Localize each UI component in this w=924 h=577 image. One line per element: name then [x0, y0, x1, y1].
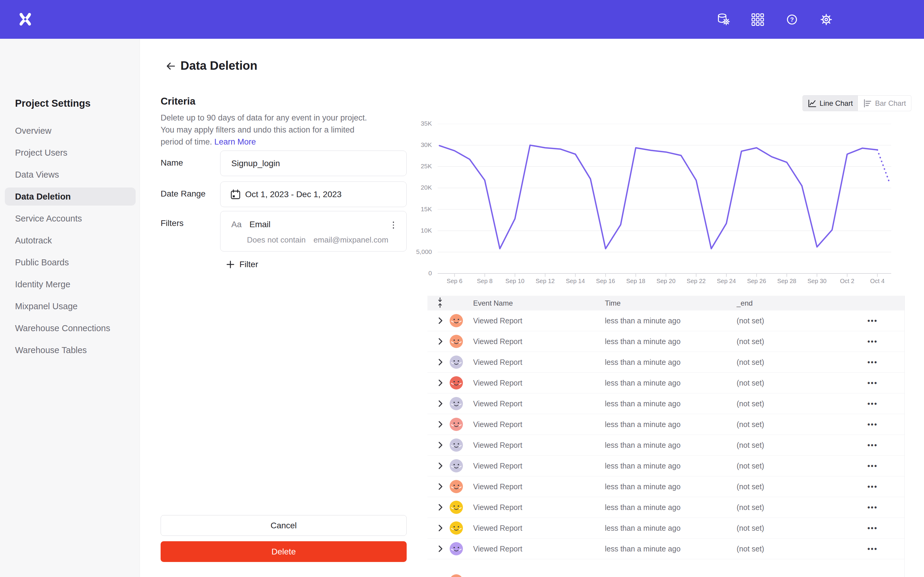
learn-more-link[interactable]: Learn More — [215, 137, 256, 147]
row-menu-button[interactable]: ••• — [861, 400, 885, 408]
cell-event-name: Viewed Report — [473, 400, 522, 408]
row-expand-chevron-icon[interactable] — [438, 483, 443, 490]
table-row: Viewed Reportless than a minute ago(not … — [427, 497, 905, 518]
sidebar-item-overview[interactable]: Overview — [0, 120, 140, 142]
date-range-input[interactable]: Oct 1, 2023 - Dec 1, 2023 — [220, 182, 407, 207]
line-chart — [438, 124, 891, 278]
table-row: Viewed Reportless than a minute ago(not … — [427, 456, 905, 476]
filter-condition[interactable]: Does not contain email@mixpanel.com — [247, 235, 388, 245]
help-icon[interactable]: ? — [784, 12, 800, 27]
sidebar-item-public-boards[interactable]: Public Boards — [0, 251, 140, 274]
bar-chart-tab[interactable]: Bar Chart — [858, 95, 911, 111]
cell-time: less than a minute ago — [605, 337, 681, 346]
cell-event-name: Viewed Report — [473, 358, 522, 367]
row-expand-chevron-icon[interactable] — [438, 358, 443, 366]
data-sources-icon[interactable] — [716, 12, 731, 27]
user-avatar — [450, 574, 463, 577]
add-filter-button[interactable]: Filter — [226, 259, 258, 269]
row-menu-button[interactable]: ••• — [861, 337, 885, 346]
row-menu-button[interactable]: ••• — [861, 441, 885, 449]
x-tick-label: Sep 16 — [596, 278, 615, 285]
sidebar: Project Settings OverviewProject UsersDa… — [0, 39, 140, 577]
row-expand-chevron-icon[interactable] — [438, 442, 443, 449]
sidebar-item-mixpanel-usage[interactable]: Mixpanel Usage — [0, 295, 140, 318]
row-menu-button[interactable]: ••• — [861, 316, 885, 325]
filter-value: email@mixpanel.com — [313, 235, 388, 245]
sidebar-item-project-users[interactable]: Project Users — [0, 142, 140, 164]
filter-menu-kebab-icon[interactable] — [388, 219, 399, 231]
row-menu-button[interactable]: ••• — [861, 358, 885, 366]
sidebar-item-data-deletion[interactable]: Data Deletion — [5, 187, 136, 206]
data-deletion-page: ? Project Settings OverviewProject Users… — [0, 0, 924, 577]
plus-icon — [226, 260, 234, 269]
apps-grid-icon[interactable] — [750, 12, 765, 27]
mixpanel-logo-icon[interactable] — [17, 11, 34, 27]
x-tick-label: Sep 10 — [505, 278, 524, 285]
filter-property: Email — [249, 220, 270, 229]
row-expand-chevron-icon[interactable] — [438, 379, 443, 387]
filter-property-row: Aa Email — [231, 220, 270, 229]
sidebar-items: OverviewProject UsersData ViewsData Dele… — [0, 120, 140, 361]
cell-time: less than a minute ago — [605, 316, 681, 325]
row-expand-chevron-icon[interactable] — [438, 317, 443, 324]
y-tick-label: 25K — [421, 163, 432, 170]
y-tick-label: 20K — [421, 184, 432, 191]
row-expand-chevron-icon[interactable] — [438, 504, 443, 511]
row-expand-chevron-icon[interactable] — [438, 462, 443, 469]
row-menu-button[interactable]: ••• — [861, 420, 885, 429]
table-row: Viewed Reportless than a minute ago(not … — [427, 352, 905, 372]
header-event-name: Event Name — [473, 299, 513, 308]
row-expand-chevron-icon[interactable] — [438, 524, 443, 532]
row-expand-chevron-icon[interactable] — [438, 421, 443, 428]
cell-time: less than a minute ago — [605, 503, 681, 512]
x-tick-label: Sep 8 — [477, 278, 493, 285]
y-tick-label: 10K — [421, 227, 432, 234]
row-expand-chevron-icon[interactable] — [438, 338, 443, 345]
delete-button[interactable]: Delete — [161, 541, 407, 562]
sidebar-item-warehouse-tables[interactable]: Warehouse Tables — [0, 339, 140, 361]
date-range-value: Oct 1, 2023 - Dec 1, 2023 — [245, 190, 342, 199]
row-menu-button[interactable]: ••• — [861, 524, 885, 532]
cell-event-name: Viewed Report — [473, 441, 522, 450]
bar-chart-icon — [863, 99, 872, 108]
user-avatar — [450, 397, 463, 410]
back-arrow-icon[interactable] — [165, 60, 178, 73]
sidebar-title: Project Settings — [15, 98, 90, 109]
cancel-button[interactable]: Cancel — [161, 515, 407, 536]
chart-projection-dotted — [877, 150, 889, 182]
row-menu-button[interactable]: ••• — [861, 462, 885, 470]
sidebar-item-service-accounts[interactable]: Service Accounts — [0, 208, 140, 230]
sidebar-item-warehouse-connections[interactable]: Warehouse Connections — [0, 318, 140, 339]
criteria-heading: Criteria — [161, 95, 195, 107]
user-avatar — [450, 438, 463, 452]
y-tick-label: 35K — [421, 120, 432, 127]
line-chart-tab[interactable]: Line Chart — [803, 95, 858, 111]
x-tick-label: Sep 22 — [687, 278, 706, 285]
cell-event-name: Viewed Report — [473, 482, 522, 491]
name-input[interactable]: Signup_login — [220, 151, 407, 176]
chart-x-axis-labels: Sep 6Sep 8Sep 10Sep 12Sep 14Sep 16Sep 18… — [438, 278, 891, 288]
row-expand-chevron-icon[interactable] — [438, 545, 443, 552]
row-menu-button[interactable]: ••• — [861, 503, 885, 511]
settings-icon[interactable] — [819, 12, 834, 27]
user-avatar — [450, 459, 463, 472]
sidebar-item-identity-merge[interactable]: Identity Merge — [0, 274, 140, 295]
sidebar-item-data-views[interactable]: Data Views — [0, 164, 140, 186]
cell-event-name: Viewed Report — [473, 379, 522, 387]
row-menu-button[interactable]: ••• — [861, 379, 885, 387]
sort-rows-icon[interactable] — [437, 297, 443, 309]
user-avatar — [450, 314, 463, 327]
y-tick-label: 15K — [421, 206, 432, 213]
x-tick-label: Sep 26 — [747, 278, 766, 285]
chart-line — [439, 145, 877, 248]
sidebar-item-autotrack[interactable]: Autotrack — [0, 230, 140, 251]
row-menu-button[interactable]: ••• — [861, 482, 885, 491]
user-avatar — [450, 542, 463, 555]
row-expand-chevron-icon[interactable] — [438, 400, 443, 407]
table-row: Viewed Reportless than a minute ago(not … — [427, 435, 905, 456]
table-header: Event Name Time _end — [427, 296, 905, 310]
user-avatar — [450, 501, 463, 514]
filter-card[interactable]: Aa Email Does not contain email@mixpanel… — [220, 211, 407, 251]
cell-time: less than a minute ago — [605, 441, 681, 450]
row-menu-button[interactable]: ••• — [861, 545, 885, 553]
